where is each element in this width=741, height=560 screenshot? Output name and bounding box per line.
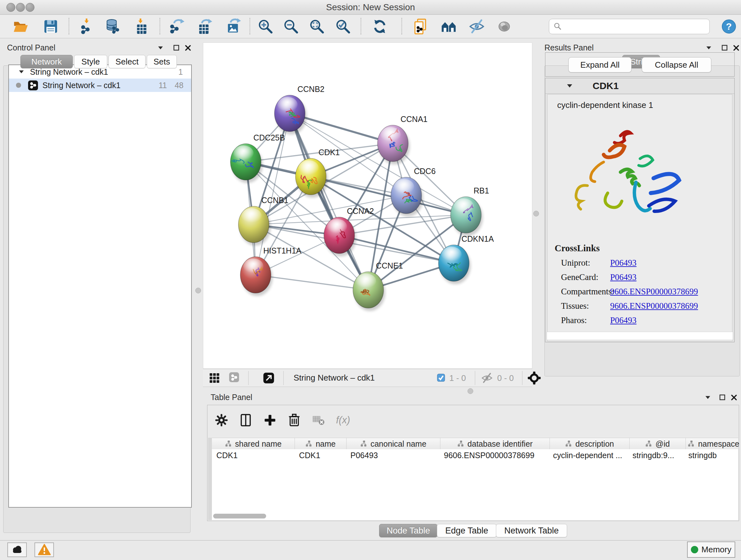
network-edge[interactable] <box>290 113 368 290</box>
float-panel-icon[interactable] <box>704 44 713 52</box>
delete-columns-icon[interactable] <box>287 413 301 428</box>
collection-expander-icon[interactable] <box>18 68 25 75</box>
network-node-cdc6[interactable]: CDC6 <box>391 167 435 216</box>
birdseye-navigator-icon[interactable] <box>527 371 541 385</box>
help-button[interactable]: ? <box>720 17 738 36</box>
expand-collapse-bar: Expand All Collapse All <box>545 52 735 77</box>
column-label: @id <box>656 439 670 449</box>
maximize-panel-icon[interactable] <box>718 393 727 401</box>
column-header-canonical-name[interactable]: canonical name <box>347 438 441 449</box>
crosslink-label: GeneCard: <box>561 272 598 282</box>
crosslink-link[interactable]: 9606.ENSP00000378699 <box>610 301 698 311</box>
column-header-id[interactable]: @id <box>630 438 686 449</box>
network-node-ccnb1[interactable]: CCNB1 <box>239 196 288 246</box>
table-cell: CDK1 <box>294 449 346 461</box>
close-panel-icon[interactable] <box>732 44 740 52</box>
cloud-tasks-button[interactable] <box>7 543 27 557</box>
network-node-rb1[interactable]: RB1 <box>451 186 489 236</box>
column-type-icon <box>225 440 232 448</box>
crosslink-label: Uniprot: <box>561 258 590 268</box>
memory-button[interactable]: Memory <box>687 542 735 558</box>
network-node-hist1h1a[interactable]: HIST1H1A <box>240 246 301 296</box>
create-column-icon[interactable] <box>263 413 277 428</box>
maximize-panel-icon[interactable] <box>172 44 181 52</box>
crosslink-link[interactable]: P06493 <box>610 258 636 268</box>
column-type-icon <box>457 440 465 448</box>
close-panel-icon[interactable] <box>184 44 192 52</box>
tab-edge-table[interactable]: Edge Table <box>437 524 496 537</box>
maximize-panel-icon[interactable] <box>721 44 729 52</box>
network-canvas[interactable]: CCNB2CCNA1CDC25BCDK1CDC6RB1CCNB1CCNA2CDK… <box>203 43 532 369</box>
export-image-button[interactable] <box>225 17 243 36</box>
tab-style[interactable]: Style <box>74 55 107 68</box>
import-network-file-button[interactable] <box>79 17 97 36</box>
zoom-out-button[interactable] <box>282 17 300 36</box>
right-splitter-grip[interactable] <box>533 211 539 216</box>
cloud-icon <box>11 543 23 556</box>
grid-view-icon[interactable] <box>208 372 221 384</box>
network-row-selected[interactable]: String Network – cdk1 11 48 <box>9 78 191 92</box>
crosslink-link[interactable]: 9606.ENSP00000378699 <box>610 287 698 297</box>
column-header-description[interactable]: description <box>550 438 630 449</box>
node-label-cdkn1a: CDKN1A <box>461 234 494 243</box>
collection-label: String Network – cdk1 <box>30 67 108 77</box>
protein-structure-image <box>570 120 691 235</box>
refresh-button[interactable] <box>371 17 389 36</box>
tab-sets[interactable]: Sets <box>147 55 177 68</box>
network-node-ccne1[interactable]: CCNE1 <box>353 261 403 311</box>
network-node-ccna1[interactable]: CCNA1 <box>378 115 428 165</box>
string-view-icon[interactable] <box>229 372 239 382</box>
crosslink-row: Compartments:9606.ENSP00000378699 <box>548 287 732 301</box>
crosslink-link[interactable]: P06493 <box>610 272 636 282</box>
search-input[interactable] <box>564 20 710 33</box>
table-settings-gear-icon[interactable] <box>214 413 229 428</box>
warnings-button[interactable] <box>35 543 54 557</box>
table-scrollbar-thumb[interactable] <box>213 514 266 518</box>
string-home-button[interactable] <box>440 17 458 36</box>
search-icon <box>553 22 562 31</box>
crosslink-label: Pharos: <box>561 315 587 325</box>
float-panel-icon[interactable] <box>156 44 165 52</box>
detach-view-icon[interactable] <box>262 372 275 384</box>
save-session-button[interactable] <box>42 17 60 36</box>
zoom-in-button[interactable] <box>257 17 274 36</box>
zoom-fit-button[interactable] <box>308 17 326 36</box>
results-scrollbar-track[interactable] <box>547 332 733 340</box>
import-table-button[interactable] <box>133 17 151 36</box>
table-panel: f(x) shared namenamecanonical namedataba… <box>207 405 739 521</box>
table-cell: cyclin-dependent ... <box>549 449 628 461</box>
node-label-ccna2: CCNA2 <box>347 206 374 215</box>
network-node-ccnb2[interactable]: CCNB2 <box>274 84 325 134</box>
expand-all-button[interactable]: Expand All <box>568 57 631 72</box>
zoom-selected-button[interactable] <box>334 17 352 36</box>
entry-expander-icon[interactable] <box>566 82 574 90</box>
tab-network-table[interactable]: Network Table <box>496 524 567 537</box>
open-session-button[interactable] <box>12 17 30 36</box>
hide-glass-effect-button[interactable] <box>468 17 486 36</box>
tab-network[interactable]: Network <box>20 55 73 68</box>
tab-select[interactable]: Select <box>109 55 145 68</box>
crosslink-link[interactable]: P06493 <box>610 315 636 325</box>
column-header-database-identifier[interactable]: database identifier <box>441 438 550 449</box>
column-header-namespace[interactable]: namespace <box>686 438 741 449</box>
node-result-header[interactable]: CDK1 <box>545 78 734 94</box>
float-panel-icon[interactable] <box>704 393 712 401</box>
left-splitter-grip[interactable] <box>195 288 201 294</box>
close-panel-icon[interactable] <box>730 393 738 401</box>
collapse-all-button[interactable]: Collapse All <box>642 57 711 72</box>
show-glass-ball-button[interactable] <box>495 17 513 36</box>
table-row[interactable]: CDK1CDK1P064939606.ENSP00000378699cyclin… <box>212 449 738 461</box>
results-panel: Results Panel String Expand All Collapse… <box>542 43 741 378</box>
string-query-button[interactable] <box>412 17 429 36</box>
network-node-cdkn1a[interactable]: CDKN1A <box>439 234 494 284</box>
export-table-button[interactable] <box>196 17 214 36</box>
selected-checkbox-icon[interactable] <box>436 373 446 382</box>
show-columns-icon[interactable] <box>239 413 253 428</box>
column-header-name[interactable]: name <box>295 438 347 449</box>
export-network-button[interactable] <box>169 17 186 36</box>
import-network-database-button[interactable] <box>104 17 121 36</box>
tab-node-table[interactable]: Node Table <box>379 524 437 537</box>
node-label-ccne1: CCNE1 <box>376 261 403 270</box>
column-header-shared-name[interactable]: shared name <box>212 438 295 449</box>
collection-count: 1 <box>179 67 183 77</box>
